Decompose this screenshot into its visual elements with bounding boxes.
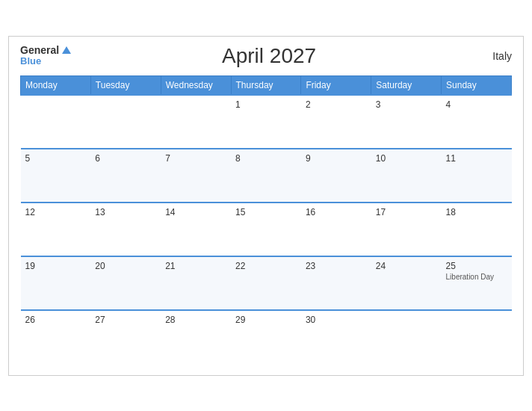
calendar-cell: 8 — [231, 149, 301, 203]
calendar-cell: 20 — [90, 256, 161, 310]
day-number: 13 — [95, 207, 156, 217]
day-number: 3 — [376, 99, 437, 110]
calendar-cell: 7 — [161, 149, 231, 203]
logo-general-text: General — [20, 45, 59, 56]
weekday-header-friday: Friday — [301, 75, 371, 95]
day-number: 21 — [165, 261, 226, 271]
week-row-2: 567891011 — [21, 149, 512, 203]
calendar-cell — [371, 310, 442, 364]
calendar-cell — [161, 95, 231, 149]
day-number: 11 — [446, 153, 507, 164]
calendar-cell: 27 — [90, 310, 161, 364]
weekday-header-monday: Monday — [21, 75, 91, 95]
calendar-cell: 18 — [442, 203, 512, 256]
holiday-label: Liberation Day — [446, 273, 507, 281]
day-number: 10 — [376, 153, 437, 164]
day-number: 18 — [446, 207, 507, 217]
calendar-cell: 4 — [442, 95, 512, 149]
calendar-cell: 26 — [21, 310, 91, 364]
logo: General Blue — [20, 45, 71, 67]
day-number: 16 — [306, 207, 367, 217]
calendar-cell: 3 — [371, 95, 442, 149]
calendar-cell: 11 — [442, 149, 512, 203]
calendar-cell: 2 — [301, 95, 371, 149]
logo-blue-text: Blue — [20, 56, 71, 67]
day-number: 15 — [235, 207, 297, 217]
day-number: 26 — [25, 315, 87, 325]
calendar-country: Italy — [467, 50, 512, 62]
calendar-cell: 21 — [161, 256, 231, 310]
logo-triangle-icon — [62, 46, 71, 54]
weekday-header-row: MondayTuesdayWednesdayThursdayFridaySatu… — [21, 75, 512, 95]
day-number: 24 — [376, 261, 437, 271]
day-number: 23 — [306, 261, 367, 271]
calendar-cell: 6 — [90, 149, 161, 203]
calendar-cell: 14 — [161, 203, 231, 256]
calendar-header: General Blue April 2027 Italy — [20, 44, 512, 68]
calendar-cell: 12 — [21, 203, 91, 256]
weekday-header-wednesday: Wednesday — [161, 75, 231, 95]
week-row-1: 1234 — [21, 95, 512, 149]
day-number: 25 — [446, 261, 507, 271]
weekday-header-tuesday: Tuesday — [90, 75, 161, 95]
calendar-cell: 22 — [231, 256, 301, 310]
calendar-cell: 25Liberation Day — [442, 256, 512, 310]
day-number: 20 — [95, 261, 156, 271]
day-number: 22 — [235, 261, 297, 271]
weekday-header-thursday: Thursday — [231, 75, 301, 95]
day-number: 12 — [25, 207, 87, 217]
calendar-cell: 15 — [231, 203, 301, 256]
calendar-cell — [90, 95, 161, 149]
logo-general: General — [20, 45, 71, 56]
calendar-grid: MondayTuesdayWednesdayThursdayFridaySatu… — [20, 75, 512, 364]
day-number: 14 — [165, 207, 226, 217]
day-number: 29 — [235, 315, 297, 325]
day-number: 8 — [235, 153, 297, 164]
calendar-cell — [442, 310, 512, 364]
day-number: 19 — [25, 261, 87, 271]
calendar-container: General Blue April 2027 Italy MondayTues… — [8, 36, 524, 376]
week-row-3: 12131415161718 — [21, 203, 512, 256]
weekday-header-sunday: Sunday — [442, 75, 512, 95]
day-number: 17 — [376, 207, 437, 217]
calendar-cell: 5 — [21, 149, 91, 203]
calendar-cell: 23 — [301, 256, 371, 310]
day-number: 5 — [25, 153, 87, 164]
day-number: 28 — [165, 315, 226, 325]
calendar-cell: 16 — [301, 203, 371, 256]
day-number: 9 — [306, 153, 367, 164]
calendar-title: April 2027 — [71, 44, 467, 68]
day-number: 2 — [306, 99, 367, 110]
calendar-cell: 29 — [231, 310, 301, 364]
day-number: 1 — [235, 99, 297, 110]
calendar-cell: 17 — [371, 203, 442, 256]
calendar-cell: 19 — [21, 256, 91, 310]
calendar-cell: 1 — [231, 95, 301, 149]
calendar-cell: 24 — [371, 256, 442, 310]
calendar-cell: 13 — [90, 203, 161, 256]
weekday-header-saturday: Saturday — [371, 75, 442, 95]
calendar-cell: 30 — [301, 310, 371, 364]
calendar-cell — [21, 95, 91, 149]
day-number: 6 — [95, 153, 156, 164]
calendar-cell: 10 — [371, 149, 442, 203]
calendar-cell: 9 — [301, 149, 371, 203]
week-row-4: 19202122232425Liberation Day — [21, 256, 512, 310]
week-row-5: 2627282930 — [21, 310, 512, 364]
day-number: 27 — [95, 315, 156, 325]
day-number: 30 — [306, 315, 367, 325]
day-number: 4 — [446, 99, 507, 110]
calendar-cell: 28 — [161, 310, 231, 364]
day-number: 7 — [165, 153, 226, 164]
